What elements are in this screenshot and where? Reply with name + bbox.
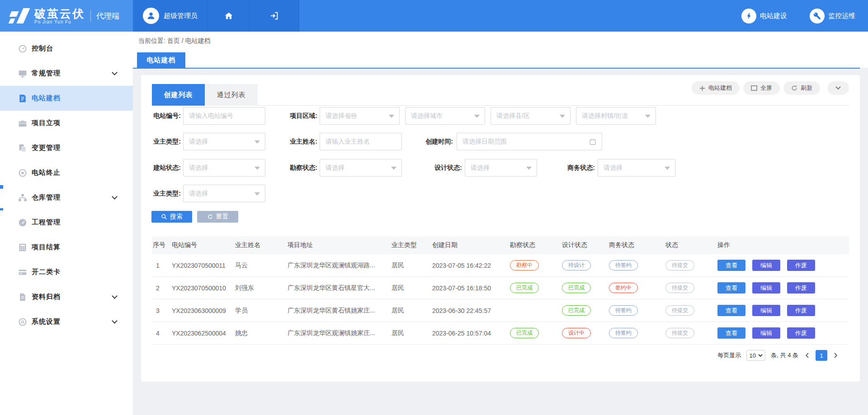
sitemap-icon <box>18 193 28 203</box>
fullscreen-button[interactable]: 全屏 <box>743 81 780 95</box>
void-button[interactable]: 作废 <box>787 282 815 294</box>
wrench-icon <box>810 9 825 23</box>
table-row: 4 YX2023062500004 姚忠 广东深圳龙华区观澜镇姚家庄... 居民… <box>152 322 849 345</box>
nav-station-build[interactable]: 电站建设 <box>741 9 787 23</box>
survey-status-badge: 已完成 <box>510 283 539 293</box>
nav-monitor-ops[interactable]: 监控运维 <box>810 9 855 23</box>
logo: 破茧云伏 Po Jian Yun Fu 代理端 <box>0 0 133 32</box>
station-code-input[interactable]: 请输入电站编号 <box>183 107 265 125</box>
filter-owner-name: 业主姓名: 请输入业主姓名 <box>285 133 402 150</box>
per-page-select[interactable]: 10 <box>746 350 765 361</box>
current-page-button[interactable]: 1 <box>816 350 827 361</box>
sidebar-item-type2-card[interactable]: 开二类卡 <box>0 260 133 284</box>
tab-passed-list[interactable]: 通过列表 <box>205 84 258 106</box>
page-tab[interactable]: 电站建档 <box>137 52 185 68</box>
survey-status-select[interactable]: 请选择 <box>320 159 402 177</box>
owner-type2-select[interactable]: 请选择 <box>183 185 265 202</box>
search-button[interactable]: 搜索 <box>151 211 192 223</box>
void-button[interactable]: 作废 <box>787 260 815 271</box>
business-status-select[interactable]: 请选择 <box>598 159 675 177</box>
caret-icon <box>474 115 480 118</box>
edit-button[interactable]: 编辑 <box>752 327 780 339</box>
sidebar-item-data-archive[interactable]: 资料归档 <box>0 284 133 309</box>
sidebar-item-change-management[interactable]: 变更管理 <box>0 135 133 160</box>
date-range-input[interactable]: 请选择日期范围 <box>457 133 602 150</box>
stations-table: 序号 电站编号 业主姓名 项目地址 业主类型 创建日期 勘察状态 设计状态 商务… <box>152 236 849 345</box>
monitor-icon <box>18 69 28 79</box>
breadcrumb-current: 电站建档 <box>185 37 210 44</box>
sidebar-item-settlement[interactable]: 项目结算 <box>0 235 133 260</box>
app-header: 破茧云伏 Po Jian Yun Fu 代理端 超级管理员 电站建设 监控运维 <box>0 0 868 32</box>
edit-button[interactable]: 编辑 <box>752 260 780 271</box>
edit-button[interactable]: 编辑 <box>752 282 780 294</box>
reset-icon <box>207 214 213 220</box>
refresh-button[interactable]: 刷新 <box>783 81 820 95</box>
sidebar-item-station-archive[interactable]: 电站建档 <box>0 86 133 111</box>
sidebar-item-project-initiation[interactable]: 项目立项 <box>0 111 133 135</box>
caret-icon <box>560 115 565 118</box>
breadcrumb-home[interactable]: 首页 <box>167 37 180 44</box>
sidebar-item-system-settings[interactable]: 系统设置 <box>0 309 133 334</box>
void-button[interactable]: 作废 <box>787 305 815 316</box>
edit-button[interactable]: 编辑 <box>752 305 780 316</box>
sidebar-item-engineering[interactable]: 工程管理 <box>0 210 133 235</box>
edge-marker <box>0 185 3 189</box>
sidebar-item-warehouse[interactable]: 仓库管理 <box>0 185 133 210</box>
home-button[interactable] <box>208 0 250 32</box>
table-row: 1 YX2023070500011 马云 广东深圳龙华区观澜镇观湖路... 居民… <box>152 254 849 277</box>
status-badge: 待提交 <box>665 260 694 270</box>
design-status-select[interactable]: 请选择 <box>465 159 537 177</box>
main-card: 创建列表 通过列表 电站建档 全屏 刷新 电站编号: 请输入电站编号 <box>141 75 860 382</box>
view-button[interactable]: 查看 <box>717 327 745 339</box>
owner-name-input[interactable]: 请输入业主姓名 <box>320 133 402 150</box>
filter-region: 项目区域: 请选择省份 请选择城市 请选择县/区 请选择村镇/街道 <box>285 107 656 125</box>
view-button[interactable]: 查看 <box>717 282 745 294</box>
view-button[interactable]: 查看 <box>717 305 745 316</box>
city-select[interactable]: 请选择城市 <box>405 107 485 125</box>
card-icon <box>18 267 28 277</box>
user-menu[interactable]: 超级管理员 <box>133 0 208 32</box>
business-status-badge: 待签约 <box>609 260 638 270</box>
fullscreen-icon <box>751 85 757 91</box>
sidebar-item-console[interactable]: 控制台 <box>0 36 133 61</box>
user-icon <box>146 11 156 21</box>
province-select[interactable]: 请选择省份 <box>320 107 400 125</box>
tab-create-list[interactable]: 创建列表 <box>152 84 205 106</box>
chevron-right-icon <box>833 352 839 359</box>
prev-page-button[interactable] <box>804 352 810 359</box>
dashboard-icon <box>18 44 28 54</box>
owner-type-select[interactable]: 请选择 <box>183 133 265 150</box>
refresh-icon <box>791 85 797 91</box>
logout-button[interactable] <box>250 0 299 32</box>
home-icon <box>224 11 234 21</box>
view-button[interactable]: 查看 <box>717 260 745 271</box>
add-station-button[interactable]: 电站建档 <box>692 81 740 95</box>
chevron-left-icon <box>804 352 810 359</box>
status-badge: 待提交 <box>665 283 694 293</box>
sidebar-item-general[interactable]: 常规管理 <box>0 61 133 86</box>
collapse-button[interactable] <box>827 81 849 95</box>
pagination: 每页显示 10 条, 共 4 条 1 <box>717 350 839 361</box>
plus-icon <box>699 85 705 91</box>
target-icon <box>18 168 28 178</box>
sidebar-item-station-termination[interactable]: 电站终止 <box>0 160 133 185</box>
reset-button[interactable]: 重置 <box>197 211 238 223</box>
caret-icon <box>645 115 651 118</box>
county-select[interactable]: 请选择县/区 <box>491 107 571 125</box>
logo-icon <box>9 7 30 24</box>
caret-icon <box>391 167 396 170</box>
logo-subtitle: Po Jian Yun Fu <box>34 19 85 24</box>
file-icon <box>18 292 28 302</box>
design-status-badge: 已完成 <box>562 305 591 316</box>
page-tab-underline <box>133 68 860 69</box>
search-icon <box>161 214 167 220</box>
table-row: 3 YX2023063000009 学员 广东深圳龙华区黄石镇姚家庄... 居民… <box>152 299 849 322</box>
build-status-select[interactable]: 请选择 <box>183 159 265 177</box>
village-select[interactable]: 请选择村镇/街道 <box>576 107 656 125</box>
void-button[interactable]: 作废 <box>787 327 815 339</box>
filter-owner-type: 业主类型: 请选择 <box>148 133 265 150</box>
next-page-button[interactable] <box>833 352 839 359</box>
caret-icon <box>758 354 763 357</box>
filter-survey-status: 勘察状态: 请选择 <box>285 159 402 177</box>
business-status-badge: 签约中 <box>609 283 638 293</box>
